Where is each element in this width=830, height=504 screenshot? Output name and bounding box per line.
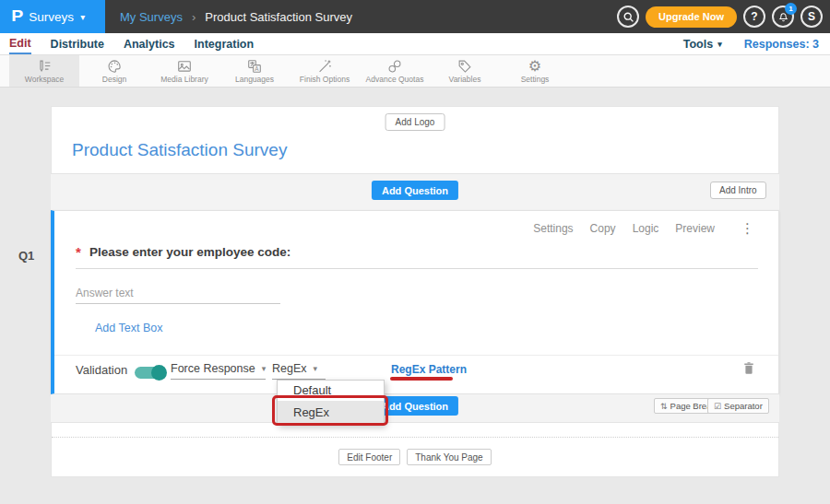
toolbar-item-label: Variables	[449, 75, 481, 84]
responses-link[interactable]: Responses: 3	[744, 38, 819, 51]
footer-buttons: Edit Footer Thank You Page	[52, 449, 778, 465]
question-text[interactable]: Please enter your employee code:	[89, 245, 290, 259]
languages-icon: A	[246, 58, 263, 74]
design-icon	[106, 58, 123, 74]
finish-options-icon	[316, 58, 333, 74]
search-button[interactable]	[617, 6, 639, 28]
separator-icon: ☑	[714, 402, 721, 411]
workspace-icon	[36, 58, 53, 74]
media-library-icon	[176, 58, 193, 74]
add-text-box-link[interactable]: Add Text Box	[95, 322, 162, 334]
questionpro-app: P Surveys ▾ My Surveys › Product Satisfa…	[0, 0, 830, 504]
top-header: P Surveys ▾ My Surveys › Product Satisfa…	[0, 0, 830, 33]
thank-you-page-button[interactable]: Thank You Page	[407, 449, 491, 465]
chevron-down-icon: ▾	[717, 40, 722, 49]
toolbar-item-settings[interactable]: ⚙ Settings	[500, 55, 570, 87]
search-icon	[622, 11, 634, 23]
edit-footer-button[interactable]: Edit Footer	[338, 449, 400, 465]
toolbar-item-label: Workspace	[25, 75, 64, 84]
toolbar-item-workspace[interactable]: Workspace	[9, 55, 79, 87]
chevron-down-icon: ▾	[80, 12, 85, 22]
editor-canvas-area: Add Logo Product Satisfaction Survey Add…	[0, 88, 830, 504]
validation-label: Validation	[76, 363, 127, 377]
regex-pattern-link[interactable]: RegEx Pattern	[391, 363, 467, 376]
surveys-menu-label: Surveys	[29, 10, 74, 24]
footer-dotted-divider	[52, 437, 778, 438]
chevron-down-icon: ▾	[262, 364, 267, 373]
annotation-underline	[390, 377, 453, 381]
editor-toolbar: Workspace Design	[0, 55, 830, 88]
survey-footer-section: Edit Footer Thank You Page	[51, 422, 779, 477]
answer-text-input[interactable]	[76, 282, 280, 304]
questionpro-logo-icon: P	[11, 7, 23, 26]
question-settings-link[interactable]: Settings	[533, 222, 573, 235]
dropdown-option-regex[interactable]: RegEx	[278, 401, 384, 424]
force-response-label: Force Response	[171, 362, 255, 375]
chevron-down-icon: ▾	[314, 364, 318, 373]
toolbar-item-label: Settings	[521, 75, 550, 84]
separator-button[interactable]: ☑ Separator	[707, 398, 769, 414]
toolbar-item-media-library[interactable]: Media Library	[149, 55, 219, 87]
avatar[interactable]: S	[800, 6, 823, 28]
surveys-menu[interactable]: P Surveys ▾	[0, 0, 105, 33]
add-intro-button[interactable]: Add Intro	[710, 182, 766, 199]
breadcrumb-separator-icon: ›	[192, 10, 196, 24]
toolbar-item-label: Languages	[235, 75, 274, 84]
question-logic-link[interactable]: Logic	[633, 222, 659, 235]
tools-label: Tools	[683, 38, 713, 51]
avatar-initial: S	[808, 10, 815, 23]
settings-icon: ⚙	[528, 58, 541, 74]
force-response-dropdown[interactable]: Force Response ▾	[171, 362, 266, 380]
question-footer-divider	[54, 355, 778, 356]
add-logo-button[interactable]: Add Logo	[385, 113, 445, 131]
toolbar-item-design[interactable]: Design	[79, 55, 149, 87]
dropdown-option-default[interactable]: Default	[278, 381, 384, 401]
question-preview-link[interactable]: Preview	[675, 222, 715, 235]
toolbar-item-languages[interactable]: A Languages	[219, 55, 290, 87]
toolbar-item-label: Finish Options	[300, 75, 350, 84]
upgrade-now-button[interactable]: Upgrade Now	[646, 6, 737, 28]
page-break-icon: ⇅	[660, 402, 668, 411]
toolbar-item-finish-options[interactable]: Finish Options	[290, 55, 360, 87]
survey-nav: Edit Distribute Analytics Integration To…	[0, 33, 830, 55]
validation-type-dropdown[interactable]: RegEx ▾	[272, 362, 326, 380]
add-question-button-bottom[interactable]: Add Question	[372, 396, 458, 416]
survey-nav-right: Tools ▾ Responses: 3	[683, 33, 819, 55]
toggle-knob	[151, 365, 167, 381]
question-number: Q1	[18, 249, 34, 263]
help-icon: ?	[751, 10, 757, 23]
toolbar-item-variables[interactable]: Variables	[430, 55, 500, 87]
validation-toggle[interactable]	[135, 367, 165, 379]
toolbar-item-label: Advance Quotas	[366, 75, 424, 84]
separator-label: Separator	[724, 401, 763, 411]
help-button[interactable]: ?	[743, 6, 765, 28]
notifications-button[interactable]: 1	[772, 6, 794, 28]
question-actions: Settings Copy Logic Preview ⋮	[533, 222, 754, 235]
add-question-button-top[interactable]: Add Question	[372, 181, 458, 200]
survey-nav-tabs: Edit Distribute Analytics Integration	[9, 33, 254, 55]
toolbar-item-advance-quotas[interactable]: Advance Quotas	[360, 55, 430, 87]
validation-type-value: RegEx	[272, 362, 307, 375]
breadcrumb-current: Product Satisfaction Survey	[205, 10, 352, 24]
tab-analytics[interactable]: Analytics	[124, 35, 175, 53]
tab-distribute[interactable]: Distribute	[51, 35, 104, 53]
question-text-underline	[76, 268, 758, 269]
required-asterisk: *	[76, 244, 81, 260]
validation-type-menu: Default RegEx	[277, 380, 385, 425]
tab-integration[interactable]: Integration	[195, 35, 255, 53]
breadcrumb-my-surveys[interactable]: My Surveys	[120, 10, 183, 24]
toolbar-item-label: Design	[102, 75, 126, 84]
question-more-menu-icon[interactable]: ⋮	[741, 223, 754, 234]
variables-icon	[456, 58, 473, 74]
toolbar-item-label: Media Library	[160, 75, 208, 84]
notification-badge: 1	[785, 3, 797, 15]
delete-question-button[interactable]	[741, 360, 756, 380]
header-actions: Upgrade Now ? 1 S	[617, 0, 823, 33]
question-copy-link[interactable]: Copy	[590, 222, 616, 235]
tools-menu[interactable]: Tools ▾	[683, 38, 722, 51]
survey-title[interactable]: Product Satisfaction Survey	[72, 140, 287, 160]
breadcrumb: My Surveys › Product Satisfaction Survey	[120, 0, 352, 33]
tab-edit[interactable]: Edit	[9, 34, 31, 54]
trash-icon	[741, 360, 756, 376]
advance-quotas-icon	[386, 58, 403, 74]
